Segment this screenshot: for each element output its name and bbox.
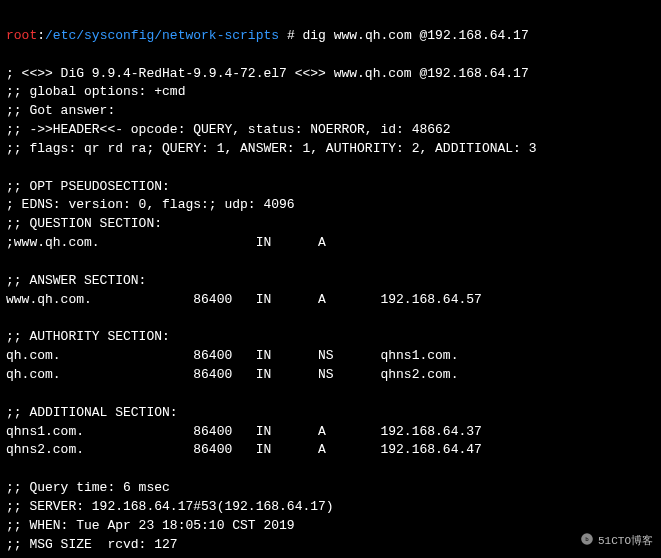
output-line: www.qh.com. 86400 IN A 192.168.64.57	[6, 292, 482, 307]
output-line: ;; ADDITIONAL SECTION:	[6, 405, 178, 420]
output-line: ; EDNS: version: 0, flags:; udp: 4096	[6, 197, 295, 212]
output-line: ;www.qh.com. IN A	[6, 235, 326, 250]
output-line: ;; WHEN: Tue Apr 23 18:05:10 CST 2019	[6, 518, 295, 533]
output-line: ;; QUESTION SECTION:	[6, 216, 162, 231]
output-line: qhns2.com. 86400 IN A 192.168.64.47	[6, 442, 482, 457]
output-line: qh.com. 86400 IN NS qhns1.com.	[6, 348, 458, 363]
output-line: ;; MSG SIZE rcvd: 127	[6, 537, 178, 552]
output-line: ;; ANSWER SECTION:	[6, 273, 146, 288]
output-line: ;; OPT PSEUDOSECTION:	[6, 179, 170, 194]
svg-text:b: b	[585, 536, 589, 543]
command-text: dig www.qh.com @192.168.64.17	[302, 28, 528, 43]
output-line: ; <<>> DiG 9.9.4-RedHat-9.9.4-72.el7 <<>…	[6, 66, 529, 81]
prompt-path: /etc/sysconfig/network-scripts	[45, 28, 279, 43]
output-line: ;; Got answer:	[6, 103, 115, 118]
output-line: ;; global options: +cmd	[6, 84, 185, 99]
output-line: ;; AUTHORITY SECTION:	[6, 329, 170, 344]
logo-icon: b	[580, 532, 594, 552]
terminal[interactable]: root:/etc/sysconfig/network-scripts # di…	[0, 0, 661, 558]
output-line: ;; flags: qr rd ra; QUERY: 1, ANSWER: 1,…	[6, 141, 537, 156]
watermark: b 51CTO博客	[580, 532, 653, 552]
watermark-text: 51CTO博客	[598, 534, 653, 550]
prompt: root:/etc/sysconfig/network-scripts # di…	[6, 28, 529, 43]
output-line: qhns1.com. 86400 IN A 192.168.64.37	[6, 424, 482, 439]
output-line: qh.com. 86400 IN NS qhns2.com.	[6, 367, 458, 382]
prompt-hash: #	[279, 28, 302, 43]
output-line: ;; SERVER: 192.168.64.17#53(192.168.64.1…	[6, 499, 334, 514]
output-line: ;; ->>HEADER<<- opcode: QUERY, status: N…	[6, 122, 451, 137]
prompt-sep: :	[37, 28, 45, 43]
prompt-user: root	[6, 28, 37, 43]
output-line: ;; Query time: 6 msec	[6, 480, 170, 495]
